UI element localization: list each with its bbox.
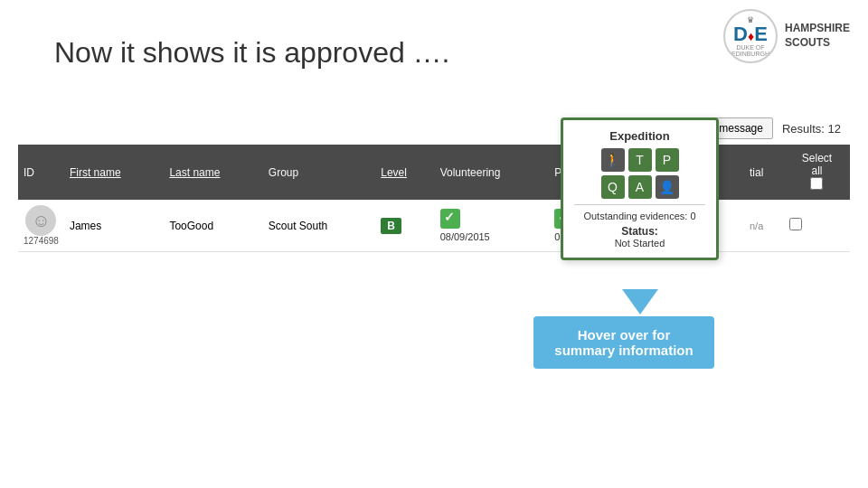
row-select-checkbox[interactable] xyxy=(789,218,802,230)
avatar: ☺ xyxy=(25,205,56,236)
tooltip-icon-a: A xyxy=(628,175,652,199)
tooltip-evidence: Outstanding evidences: 0 xyxy=(574,211,705,221)
col-volunteering: Volunteering xyxy=(435,145,550,200)
logo-circle: ♛ D♦E DUKE OFEDINBURGH xyxy=(723,9,778,63)
group-cell: Scout South xyxy=(263,200,375,252)
volunteering-check-icon xyxy=(440,209,460,229)
row-id: 1274698 xyxy=(24,236,59,246)
table-container: message Results: 12 ID First name Last n… xyxy=(18,117,850,252)
col-group: Group xyxy=(263,145,375,200)
tooltip-status-value: Not Started xyxy=(574,238,705,249)
avatar-cell: ☺ 1274698 xyxy=(18,200,64,252)
tooltip-icon-p: P xyxy=(656,148,679,172)
col-firstname[interactable]: First name xyxy=(64,145,164,200)
tooltip-status-label: Status: xyxy=(574,225,705,238)
tooltip-icon-t: T xyxy=(628,148,652,172)
tial-cell: n/a xyxy=(744,200,784,252)
col-id: ID xyxy=(18,145,64,200)
logo-line1: HAMPSHIRE xyxy=(785,22,850,36)
tooltip-arrow xyxy=(622,289,658,314)
col-select: Selectall xyxy=(784,145,850,200)
col-tial: tial xyxy=(744,145,784,200)
logo-sub: DUKE OFEDINBURGH xyxy=(731,44,769,57)
tooltip-icon-q: Q xyxy=(601,175,625,199)
logo-de: D♦E xyxy=(731,24,769,44)
person-icon: ☺ xyxy=(32,211,50,231)
table-topbar: message Results: 12 xyxy=(18,117,850,139)
logo-text: HAMPSHIRE SCOUTS xyxy=(785,22,850,50)
tooltip-icons-row2: Q A 👤 xyxy=(574,175,705,199)
vol-date: 08/09/2015 xyxy=(440,231,544,242)
logo-area: ♛ D♦E DUKE OFEDINBURGH HAMPSHIRE SCOUTS xyxy=(723,9,850,63)
tooltip-icon-person: 👤 xyxy=(656,175,679,199)
tooltip-icons-row1: 🚶 T P xyxy=(574,148,705,172)
col-lastname[interactable]: Last name xyxy=(164,145,262,200)
results-text: Results: 12 xyxy=(782,122,841,136)
logo-line2: SCOUTS xyxy=(785,36,850,51)
page-title: Now it shows it is approved …. xyxy=(54,36,450,70)
first-name-cell: James xyxy=(64,200,164,252)
level-cell: B xyxy=(375,200,434,252)
data-table: ID First name Last name Group Level Volu… xyxy=(18,145,850,252)
tooltip-popup: Expedition 🚶 T P Q A 👤 Outstanding evide… xyxy=(561,117,719,260)
tooltip-title: Expedition xyxy=(574,129,705,143)
callout-box: Hover over for summary information xyxy=(533,316,714,369)
select-all-checkbox[interactable] xyxy=(810,177,823,190)
table-row: ☺ 1274698 James TooGood Scout South B 08… xyxy=(18,200,850,252)
volunteering-cell: 08/09/2015 xyxy=(435,200,550,252)
tooltip-divider xyxy=(574,204,705,205)
level-badge: B xyxy=(381,218,401,234)
tooltip-icon-walk: 🚶 xyxy=(601,148,625,172)
callout-text: Hover over for summary information xyxy=(554,327,693,358)
tial-value: n/a xyxy=(750,221,763,231)
last-name-cell: TooGood xyxy=(164,200,262,252)
select-cell xyxy=(784,200,850,252)
col-level[interactable]: Level xyxy=(375,145,434,200)
